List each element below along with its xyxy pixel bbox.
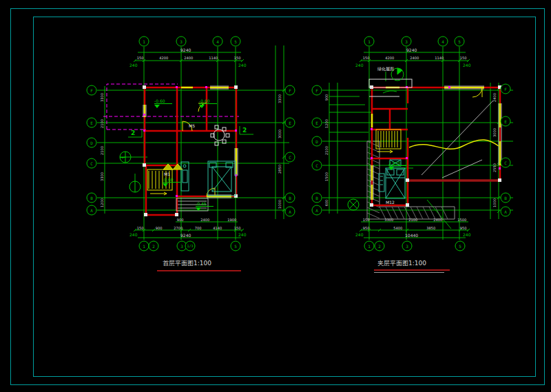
- axis-bubble: E: [501, 116, 511, 127]
- dim-text: 1500: [324, 172, 329, 181]
- left-plan-detail-markers: [120, 152, 141, 192]
- level-line: [154, 103, 172, 104]
- level-line: [196, 206, 214, 207]
- edge-tag: 240: [238, 63, 246, 68]
- axis-bubble: E: [87, 118, 97, 128]
- level-line: [163, 182, 180, 183]
- right-plan-roof-lines: [409, 87, 499, 178]
- axis-bubble: F: [501, 84, 511, 94]
- dim-text: 1140: [435, 56, 444, 60]
- dim-text: 2400: [433, 218, 442, 222]
- axis-bubble: F: [312, 85, 322, 96]
- dim-text: 3000: [492, 128, 497, 137]
- dim-text: 700: [194, 226, 201, 230]
- right-plan-windows: [371, 86, 501, 200]
- dim-overall-bottom: 10440: [405, 233, 418, 238]
- plan-linework: [0, 0, 551, 392]
- dim-text: 900: [324, 94, 329, 101]
- dim-text: 2400: [492, 93, 497, 102]
- axis-bubble: B: [312, 193, 322, 203]
- dim-text: 150: [233, 56, 240, 60]
- dim-chain-bottom-1: 150 3300 2100 2400 1500: [362, 217, 467, 222]
- axis-bubble: C: [285, 152, 295, 163]
- dim-text: 1140: [209, 56, 218, 60]
- axis-bubble: F: [285, 85, 295, 96]
- dim-chain-left: 900 1200 2100 1500 600: [324, 95, 329, 205]
- title-underline-2: [374, 272, 444, 273]
- level-line: [199, 103, 217, 104]
- dim-text: 150: [137, 56, 144, 60]
- plan-title: 首层平面图1:100: [163, 260, 211, 267]
- right-plan-canopy: [369, 79, 412, 96]
- cad-sheet: 1 3 4 5 1 2 3 1/3 5 F E D C B A F E C B …: [0, 0, 551, 392]
- dim-text: 2400: [185, 56, 194, 60]
- edge-tag: 240: [129, 63, 137, 68]
- dim-text: 950: [363, 226, 370, 230]
- axis-bubble: B: [285, 193, 295, 203]
- dim-text: 1000: [278, 200, 282, 209]
- dim-text: 900: [177, 218, 184, 222]
- level-triangle-icon: [163, 183, 168, 187]
- dim-text: 1900: [227, 218, 236, 222]
- level-triangle-icon: [154, 105, 160, 108]
- dim-chain-top: 150 4200 2400 1140 150: [362, 55, 467, 60]
- dim-text: 2700: [174, 226, 183, 230]
- door-tag: M12: [386, 200, 395, 205]
- dim-text: 2100: [324, 146, 329, 155]
- title-underline: [374, 269, 450, 271]
- axis-bubble: E: [312, 118, 322, 128]
- dim-text: 150: [459, 56, 466, 60]
- axis-bubble: 5: [455, 37, 465, 47]
- dim-text: 150: [233, 226, 240, 230]
- dim-text: 2400: [201, 218, 210, 222]
- left-plan-sofa-set: [181, 161, 236, 196]
- dim-text: 3300: [278, 94, 282, 103]
- edge-tag: 240: [129, 233, 137, 237]
- dim-text: 3300: [100, 93, 104, 102]
- axis-bubble: 2: [149, 241, 159, 251]
- dim-chain-right: 2400 3000 2550 1000: [492, 95, 497, 205]
- dim-text: 3300: [100, 172, 104, 181]
- edge-tag: 240: [463, 63, 470, 68]
- section-tag: 2: [242, 127, 247, 134]
- right-plan-grid: [322, 47, 513, 240]
- axis-bubble: C: [501, 158, 511, 168]
- axis-bubble: B: [87, 193, 97, 203]
- dim-text: 1200: [100, 198, 104, 207]
- axis-bubble: 1: [139, 37, 149, 47]
- axis-bubble: E: [285, 118, 295, 128]
- axis-bubble: B: [501, 193, 511, 203]
- axis-bubble: 3: [176, 37, 187, 47]
- dim-chain-left: 3300 2100 2100 3300 1200: [99, 95, 105, 205]
- dim-text: 2400: [410, 56, 419, 60]
- level-triangle-icon: [199, 105, 205, 108]
- axis-bubble: 4: [438, 37, 448, 47]
- dim-text: 2550: [492, 163, 497, 172]
- edge-tag: 240: [463, 233, 470, 237]
- axis-bubble: 1: [139, 241, 149, 251]
- dim-text: 600: [324, 200, 329, 207]
- canopy-label: 绿化屋面: [377, 67, 394, 71]
- door-tag: M1: [164, 172, 170, 176]
- dim-text: 150: [137, 226, 144, 230]
- axis-bubble: 2: [375, 241, 385, 251]
- axis-bubble: 5: [455, 241, 466, 251]
- dim-chain-bottom-2: 150 900 2700 700 4140 150: [136, 225, 241, 230]
- dim-text: 4140: [213, 226, 222, 230]
- plan-title: 夹层平面图1:100: [377, 260, 426, 267]
- dim-text: 4200: [159, 56, 168, 60]
- level-line: [388, 165, 406, 166]
- axis-bubble: D: [312, 136, 322, 147]
- axis-bubble: A: [312, 205, 322, 216]
- dim-text: 1200: [324, 119, 329, 128]
- axis-bubble: 3: [402, 241, 413, 251]
- level-marker: -0.60: [163, 178, 180, 187]
- section-tag: 2: [131, 130, 135, 136]
- axis-bubble: A: [285, 207, 295, 217]
- dim-text: 900: [155, 226, 162, 230]
- axis-bubble: 1/3: [185, 241, 196, 251]
- axis-bubble: 3: [402, 37, 412, 47]
- dim-text: 950: [459, 226, 466, 230]
- dim-text: 1000: [492, 198, 497, 207]
- dim-chain-bottom-1: 900 2400 1900: [176, 217, 237, 222]
